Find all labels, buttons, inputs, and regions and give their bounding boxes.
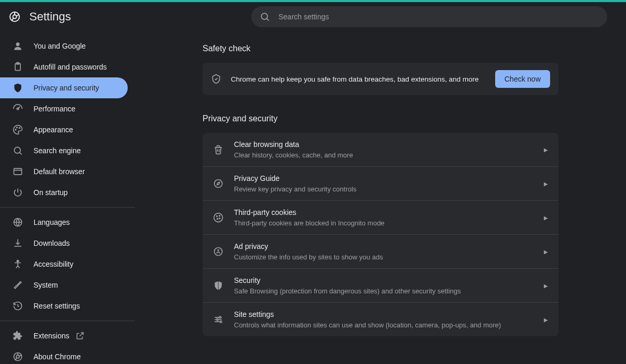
sidebar-item-label: Reset settings bbox=[33, 302, 80, 310]
row-title: Clear browsing data bbox=[234, 139, 544, 150]
sidebar-item-label: Downloads bbox=[33, 239, 70, 247]
search-wrapper bbox=[251, 6, 607, 27]
sidebar-item-label: Languages bbox=[33, 218, 70, 226]
svg-point-2 bbox=[261, 13, 267, 19]
main-content: Safety check Chrome can help keep you sa… bbox=[135, 31, 626, 364]
browser-icon bbox=[13, 166, 23, 177]
clipboard-icon bbox=[13, 62, 23, 72]
sidebar-item-system[interactable]: System bbox=[0, 275, 128, 295]
sidebar-item-label: Privacy and security bbox=[33, 84, 99, 92]
ad-icon bbox=[213, 246, 223, 257]
row-title: Third-party cookies bbox=[234, 207, 544, 218]
row-title: Ad privacy bbox=[234, 241, 544, 252]
sidebar-divider bbox=[0, 207, 135, 208]
sidebar-item-label: On startup bbox=[33, 188, 68, 197]
sidebar-item-reset[interactable]: Reset settings bbox=[0, 295, 128, 316]
privacy-row-trash[interactable]: Clear browsing dataClear history, cookie… bbox=[203, 133, 558, 167]
search-icon bbox=[13, 145, 23, 156]
sidebar-item-startup[interactable]: On startup bbox=[0, 182, 128, 203]
sidebar-item-label: Accessibility bbox=[33, 260, 73, 268]
sidebar-item-label: Performance bbox=[33, 105, 75, 113]
shield-icon bbox=[13, 83, 23, 93]
chevron-right-icon: ▶ bbox=[544, 283, 548, 289]
sidebar-item-autofill[interactable]: Autofill and passwords bbox=[0, 56, 128, 77]
safety-check-card: Chrome can help keep you safe from data … bbox=[203, 63, 558, 95]
check-now-button[interactable]: Check now bbox=[495, 70, 550, 88]
sidebar-item-label: About Chrome bbox=[33, 352, 81, 361]
history-icon bbox=[13, 301, 23, 311]
chrome-icon bbox=[13, 351, 23, 362]
palette-icon bbox=[13, 124, 23, 135]
chevron-right-icon: ▶ bbox=[544, 215, 548, 221]
sidebar-item-you-google[interactable]: You and Google bbox=[0, 36, 128, 56]
row-subtitle: Customize the info used by sites to show… bbox=[234, 253, 544, 262]
app-header: Settings bbox=[0, 2, 626, 31]
privacy-row-ad[interactable]: Ad privacyCustomize the info used by sit… bbox=[203, 235, 558, 269]
download-icon bbox=[13, 238, 23, 248]
chrome-logo-icon bbox=[8, 10, 21, 23]
sidebar-item-label: Search engine bbox=[33, 146, 81, 155]
extension-icon bbox=[13, 331, 23, 341]
sidebar-item-downloads[interactable]: Downloads bbox=[0, 233, 128, 254]
sidebar-item-label: Extensions bbox=[33, 332, 69, 340]
shield-check-icon bbox=[211, 74, 221, 84]
privacy-list: Clear browsing dataClear history, cookie… bbox=[203, 133, 558, 336]
safety-check-text: Chrome can help keep you safe from data … bbox=[231, 75, 495, 83]
chevron-right-icon: ▶ bbox=[544, 147, 548, 153]
sliders-icon bbox=[213, 314, 223, 325]
sidebar-item-label: System bbox=[33, 281, 58, 289]
person-icon bbox=[13, 41, 23, 51]
sidebar-item-label: Appearance bbox=[33, 126, 73, 134]
sidebar-item-appearance[interactable]: Appearance bbox=[0, 119, 128, 140]
external-link-icon bbox=[75, 331, 85, 340]
row-subtitle: Controls what information sites can use … bbox=[234, 321, 544, 330]
privacy-row-compass[interactable]: Privacy GuideReview key privacy and secu… bbox=[203, 167, 558, 201]
wrench-icon bbox=[13, 280, 23, 290]
page-title: Settings bbox=[29, 10, 71, 24]
sidebar-item-languages[interactable]: Languages bbox=[0, 212, 128, 233]
power-icon bbox=[13, 187, 23, 198]
privacy-row-sliders[interactable]: Site settingsControls what information s… bbox=[203, 303, 558, 336]
chevron-right-icon: ▶ bbox=[544, 249, 548, 255]
search-input[interactable] bbox=[278, 13, 599, 21]
privacy-row-cookie[interactable]: Third-party cookiesThird-party cookies a… bbox=[203, 201, 558, 235]
row-title: Site settings bbox=[234, 309, 544, 320]
sidebar-item-privacy[interactable]: Privacy and security bbox=[0, 77, 128, 98]
safety-heading: Safety check bbox=[203, 44, 558, 53]
sidebar-item-extensions[interactable]: Extensions bbox=[0, 325, 128, 346]
sidebar-item-about[interactable]: About Chrome bbox=[0, 346, 128, 364]
sidebar-item-default-browser[interactable]: Default browser bbox=[0, 161, 128, 182]
sidebar-item-search-engine[interactable]: Search engine bbox=[0, 140, 128, 161]
compass-icon bbox=[213, 178, 223, 189]
sidebar: You and GoogleAutofill and passwordsPriv… bbox=[0, 31, 135, 364]
chevron-right-icon: ▶ bbox=[544, 181, 548, 187]
search-box[interactable] bbox=[251, 6, 607, 27]
sidebar-item-performance[interactable]: Performance bbox=[0, 98, 128, 119]
sidebar-item-accessibility[interactable]: Accessibility bbox=[0, 254, 128, 275]
privacy-row-shield[interactable]: SecuritySafe Browsing (protection from d… bbox=[203, 269, 558, 303]
chevron-right-icon: ▶ bbox=[544, 317, 548, 323]
search-icon bbox=[260, 12, 270, 22]
cookie-icon bbox=[213, 212, 223, 223]
sidebar-item-label: Autofill and passwords bbox=[33, 63, 107, 71]
row-subtitle: Third-party cookies are blocked in Incog… bbox=[234, 219, 544, 228]
trash-icon bbox=[213, 144, 223, 155]
shield-icon bbox=[213, 280, 223, 291]
sidebar-item-label: Default browser bbox=[33, 167, 85, 176]
globe-icon bbox=[13, 217, 23, 228]
accessibility-icon bbox=[13, 259, 23, 269]
privacy-heading: Privacy and security bbox=[203, 114, 558, 123]
row-title: Security bbox=[234, 275, 544, 286]
row-subtitle: Safe Browsing (protection from dangerous… bbox=[234, 287, 544, 296]
row-title: Privacy Guide bbox=[234, 173, 544, 184]
speed-icon bbox=[13, 104, 23, 114]
row-subtitle: Review key privacy and security controls bbox=[234, 185, 544, 194]
sidebar-item-label: You and Google bbox=[33, 42, 86, 50]
row-subtitle: Clear history, cookies, cache, and more bbox=[234, 151, 544, 160]
sidebar-divider bbox=[0, 321, 135, 321]
